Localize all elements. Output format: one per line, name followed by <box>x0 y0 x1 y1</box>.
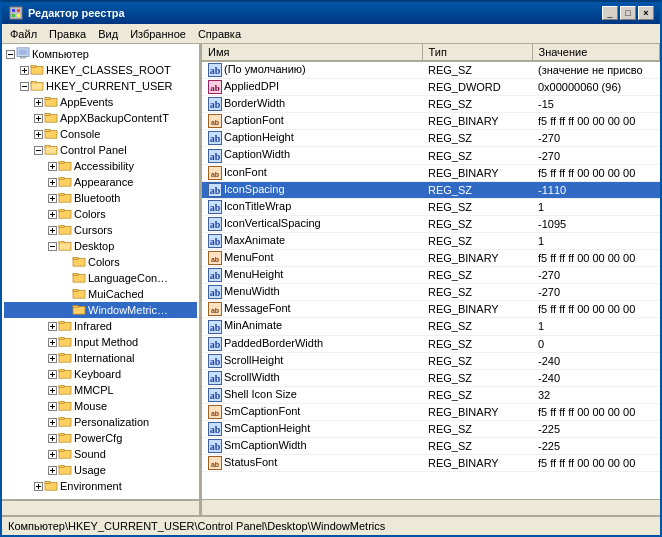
table-row[interactable]: ab IconSpacingREG_SZ-1110 <box>202 181 660 198</box>
registry-tree[interactable]: Компьютер HKEY_CLASSES_ROOT HKEY_CURRENT… <box>2 44 202 499</box>
table-row[interactable]: ab CaptionWidthREG_SZ-270 <box>202 147 660 164</box>
menu-file[interactable]: Файл <box>4 26 43 43</box>
cell-value: 1 <box>532 232 660 249</box>
tree-node[interactable]: Colors <box>4 206 197 222</box>
tree-node[interactable]: AppEvents <box>4 94 197 110</box>
tree-node[interactable]: AppXBackupContentT <box>4 110 197 126</box>
cell-type: REG_SZ <box>422 232 532 249</box>
tree-node[interactable]: HKEY_CLASSES_ROOT <box>4 62 197 78</box>
table-row[interactable]: ab Shell Icon SizeREG_SZ32 <box>202 386 660 403</box>
column-name[interactable]: Имя <box>202 44 422 61</box>
table-row[interactable]: ab IconFontREG_BINARYf5 ff ff ff 00 00 0… <box>202 164 660 181</box>
table-row[interactable]: ab CaptionFontREG_BINARYf5 ff ff ff 00 0… <box>202 113 660 130</box>
table-row[interactable]: ab CaptionHeightREG_SZ-270 <box>202 130 660 147</box>
column-type[interactable]: Тип <box>422 44 532 61</box>
tree-node[interactable]: Accessibility <box>4 158 197 174</box>
table-row[interactable]: ab MinAnimateREG_SZ1 <box>202 318 660 335</box>
table-row[interactable]: ab SmCaptionWidthREG_SZ-225 <box>202 438 660 455</box>
tree-toggle-icon <box>46 368 58 380</box>
menu-view[interactable]: Вид <box>92 26 124 43</box>
tree-toggle-icon <box>32 128 44 140</box>
tree-node-label: Personalization <box>74 416 149 428</box>
close-button[interactable]: × <box>638 6 654 20</box>
tree-node[interactable]: Control Panel <box>4 142 197 158</box>
menu-edit[interactable]: Правка <box>43 26 92 43</box>
svg-rect-77 <box>73 306 78 308</box>
table-row[interactable]: ab MenuHeightREG_SZ-270 <box>202 267 660 284</box>
tree-hscroll[interactable] <box>2 500 202 516</box>
tree-node[interactable]: Bluetooth <box>4 190 197 206</box>
table-row[interactable]: ab ScrollHeightREG_SZ-240 <box>202 352 660 369</box>
reg-type-icon: ab <box>208 114 224 126</box>
table-row[interactable]: ab (По умолчанию)REG_SZ(значение не прис… <box>202 61 660 79</box>
tree-node[interactable]: LanguageCon… <box>4 270 197 286</box>
table-row[interactable]: ab BorderWidthREG_SZ-15 <box>202 96 660 113</box>
folder-icon <box>58 351 74 365</box>
tree-node[interactable]: PowerCfg <box>4 430 197 446</box>
tree-node[interactable]: Usage <box>4 462 197 478</box>
table-hscroll[interactable] <box>202 500 660 516</box>
menu-favorites[interactable]: Избранное <box>124 26 192 43</box>
column-value[interactable]: Значение <box>532 44 660 61</box>
table-row[interactable]: ab MaxAnimateREG_SZ1 <box>202 232 660 249</box>
table-row[interactable]: ab IconVerticalSpacingREG_SZ-1095 <box>202 215 660 232</box>
tree-node[interactable]: Desktop <box>4 238 197 254</box>
registry-values-panel: Имя Тип Значение ab (По умолчанию)REG_SZ… <box>202 44 660 499</box>
tree-node[interactable]: Cursors <box>4 222 197 238</box>
table-row[interactable]: ab MessageFontREG_BINARYf5 ff ff ff 00 0… <box>202 301 660 318</box>
table-row[interactable]: ab SmCaptionHeightREG_SZ-225 <box>202 420 660 437</box>
table-row[interactable]: ab ScrollWidthREG_SZ-240 <box>202 369 660 386</box>
entry-name: BorderWidth <box>224 97 285 109</box>
cell-value: -270 <box>532 267 660 284</box>
tree-node-label: HKEY_CURRENT_USER <box>46 80 173 92</box>
table-row[interactable]: ab StatusFontREG_BINARYf5 ff ff ff 00 00… <box>202 455 660 472</box>
entry-name: StatusFont <box>224 456 277 468</box>
table-row[interactable]: ab AppliedDPIREG_DWORD0x00000060 (96) <box>202 79 660 96</box>
tree-node[interactable]: Sound <box>4 446 197 462</box>
tree-node[interactable]: Mouse <box>4 398 197 414</box>
reg-type-icon: ab <box>208 234 224 246</box>
tree-node-label: WindowMetric… <box>88 304 168 316</box>
menu-bar: Файл Правка Вид Избранное Справка <box>2 24 660 44</box>
tree-toggle-icon <box>46 336 58 348</box>
tree-node[interactable]: Input Method <box>4 334 197 350</box>
tree-node[interactable]: Personalization <box>4 414 197 430</box>
tree-node[interactable]: MMCPL <box>4 382 197 398</box>
tree-toggle-icon <box>32 480 44 492</box>
tree-node[interactable]: Infrared <box>4 318 197 334</box>
cell-type: REG_SZ <box>422 147 532 164</box>
cell-value: -270 <box>532 147 660 164</box>
tree-node[interactable]: Colors <box>4 254 197 270</box>
table-row[interactable]: ab PaddedBorderWidthREG_SZ0 <box>202 335 660 352</box>
cell-name: ab SmCaptionHeight <box>202 420 422 437</box>
cell-type: REG_SZ <box>422 335 532 352</box>
tree-node[interactable]: MuiCached <box>4 286 197 302</box>
tree-node[interactable]: International <box>4 350 197 366</box>
folder-icon <box>30 79 46 93</box>
svg-text:ab: ab <box>210 339 221 350</box>
table-row[interactable]: ab IconTitleWrapREG_SZ1 <box>202 198 660 215</box>
svg-text:ab: ab <box>211 171 219 178</box>
tree-node-label: Компьютер <box>32 48 89 60</box>
cell-type: REG_BINARY <box>422 113 532 130</box>
table-row[interactable]: ab SmCaptionFontREG_BINARYf5 ff ff ff 00… <box>202 403 660 420</box>
tree-node[interactable]: Console <box>4 126 197 142</box>
menu-help[interactable]: Справка <box>192 26 247 43</box>
maximize-button[interactable]: □ <box>620 6 636 20</box>
tree-toggle-icon <box>46 464 58 476</box>
cell-name: ab MenuWidth <box>202 284 422 301</box>
svg-rect-3 <box>12 14 15 17</box>
tree-node[interactable]: Appearance <box>4 174 197 190</box>
entry-name: Shell Icon Size <box>224 388 297 400</box>
tree-node[interactable]: WindowMetric… <box>4 302 197 318</box>
folder-icon <box>58 399 74 413</box>
tree-node-label: AppXBackupContentT <box>60 112 169 124</box>
tree-node-label: MuiCached <box>88 288 144 300</box>
table-row[interactable]: ab MenuFontREG_BINARYf5 ff ff ff 00 00 0… <box>202 250 660 267</box>
tree-node[interactable]: HKEY_CURRENT_USER <box>4 78 197 94</box>
tree-node[interactable]: Environment <box>4 478 197 494</box>
minimize-button[interactable]: _ <box>602 6 618 20</box>
tree-node[interactable]: Keyboard <box>4 366 197 382</box>
tree-node[interactable]: Компьютер <box>4 46 197 62</box>
table-row[interactable]: ab MenuWidthREG_SZ-270 <box>202 284 660 301</box>
